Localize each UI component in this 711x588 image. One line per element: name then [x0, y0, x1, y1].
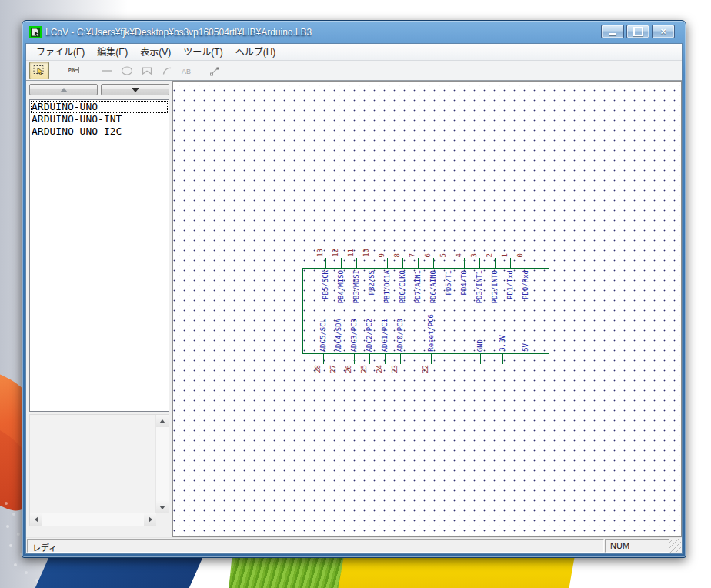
pin-number: 13: [316, 249, 325, 257]
maximize-icon: [633, 27, 643, 36]
symbol-box: PB5/SCKPB4/MISOPB3/MOSIPB2/SSPB1/OC1APB0…: [302, 268, 549, 354]
pin-label: PD2/INT0: [491, 270, 499, 303]
preview-vertical-scrollbar[interactable]: [155, 415, 169, 513]
down-arrow-icon: [132, 88, 139, 92]
pin-label: PD1/Txd: [506, 270, 515, 299]
polygon-tool-button[interactable]: [137, 62, 157, 79]
ellipse-tool-button[interactable]: [117, 62, 137, 79]
pin-number: 6: [424, 253, 432, 257]
client-area: ファイル(F) 編集(E) 表示(V) ツール(T) ヘルプ(H) PIN: [25, 43, 683, 554]
toolbar: PIN: [26, 61, 682, 81]
resize-grip[interactable]: [669, 539, 681, 553]
window-controls: ×: [601, 25, 679, 38]
scroll-right-button[interactable]: [144, 513, 156, 526]
scrollbar-corner: [156, 513, 169, 526]
text-icon: AB: [181, 65, 193, 77]
pin-stub: [526, 258, 526, 268]
menu-help[interactable]: ヘルプ(H): [229, 45, 282, 60]
close-button[interactable]: ×: [652, 25, 675, 38]
close-icon: ×: [660, 27, 666, 36]
move-up-button[interactable]: [29, 84, 98, 95]
svg-text:PIN: PIN: [68, 67, 75, 72]
svg-text:AB: AB: [182, 67, 191, 75]
maximize-button[interactable]: [626, 25, 649, 38]
symbol-layer: PB5/SCKPB4/MISOPB3/MOSIPB2/SSPB1/OC1APB0…: [173, 82, 681, 536]
pin-stub: [341, 258, 342, 268]
titlebar[interactable]: LCoV - C:¥Users¥fjk¥Desktop¥bs3vp160504r…: [22, 21, 686, 43]
pin-number: 28: [314, 365, 322, 373]
arc-tool-button[interactable]: [157, 62, 177, 79]
pin-label: PB5/SCK: [322, 270, 330, 299]
pin-stub: [495, 258, 496, 268]
move-down-button[interactable]: [101, 84, 169, 95]
pin-number: 3: [470, 253, 479, 257]
line-tool-button[interactable]: [97, 62, 117, 79]
scroll-right-icon: [149, 516, 152, 523]
pin-stub: [418, 258, 419, 268]
select-icon: [33, 65, 45, 77]
pin-stub: [354, 354, 355, 364]
scroll-down-button[interactable]: [156, 501, 169, 513]
list-nav-buttons: [29, 84, 169, 95]
pin-label: ADC0/PC0: [396, 319, 405, 352]
pin-label: GND: [476, 339, 485, 352]
select-tool-button[interactable]: [29, 62, 49, 79]
pin-number: 25: [360, 365, 369, 373]
list-item[interactable]: ARDUINO-UNO-INT: [31, 113, 168, 125]
scroll-left-button[interactable]: [30, 513, 42, 526]
menu-view[interactable]: 表示(V): [134, 45, 177, 60]
line-icon: [101, 65, 113, 77]
pin-label: ADC5/SCL: [319, 319, 328, 352]
pin-label: ADC3/PC3: [350, 319, 359, 352]
status-ready-text: レディ: [27, 539, 604, 553]
pin-label: Reset/PC6: [427, 314, 436, 352]
pin-stub: [431, 354, 432, 364]
list-item[interactable]: ARDUINO-UNO-I2C: [31, 125, 168, 138]
scroll-up-button[interactable]: [156, 415, 169, 427]
menu-edit[interactable]: 編集(E): [91, 45, 134, 60]
list-item[interactable]: ARDUINO-UNO: [31, 101, 168, 113]
pin-stub: [372, 258, 372, 268]
pin-stub: [433, 258, 434, 268]
pin-label: PB4/MISO: [337, 270, 345, 303]
pin-stub: [449, 258, 449, 268]
pin-number: 9: [378, 253, 386, 257]
num-lock-indicator: NUM: [605, 539, 669, 553]
schematic-canvas[interactable]: PB5/SCKPB4/MISOPB3/MOSIPB2/SSPB1/OC1APB0…: [172, 81, 682, 537]
wire-icon: [209, 65, 221, 77]
pin-label: PD6/AIN0: [429, 270, 438, 303]
status-bar: レディ NUM: [26, 537, 682, 553]
wire-tool-button[interactable]: [205, 62, 225, 79]
preview-pane: [29, 414, 169, 526]
arc-icon: [161, 65, 173, 77]
pin-number: 5: [439, 253, 448, 257]
pin-label: PB1/OC1A: [383, 270, 392, 303]
pin-stub: [464, 258, 465, 268]
pin-stub: [526, 354, 526, 364]
pin-stub: [339, 354, 339, 364]
scroll-left-icon: [35, 516, 38, 523]
pin-number: 1: [501, 253, 509, 257]
pin-label: ADC4/SDA: [335, 319, 343, 352]
pin-number: 27: [329, 365, 338, 373]
pin-stub: [510, 258, 511, 268]
text-tool-button[interactable]: AB: [177, 62, 197, 79]
menu-tools[interactable]: ツール(T): [177, 45, 229, 60]
pin-stub: [325, 258, 326, 268]
pin-label: PB2/SS: [368, 270, 376, 296]
pin-stub: [400, 354, 401, 364]
pin-number: 10: [362, 249, 371, 257]
pin-number: 24: [376, 365, 384, 373]
scroll-up-icon: [159, 419, 165, 423]
window-title: LCoV - C:¥Users¥fjk¥Desktop¥bs3vp160504r…: [45, 27, 312, 38]
pin-tool-button[interactable]: PIN: [65, 62, 85, 79]
pin-stub: [323, 354, 324, 364]
preview-horizontal-scrollbar[interactable]: [30, 513, 156, 526]
pin-stub: [356, 258, 357, 268]
pin-number: 0: [516, 253, 525, 257]
pin-label: PD5/T1: [445, 270, 453, 296]
wallpaper-specks: [5, 502, 8, 505]
pin-label: 5V: [522, 343, 530, 352]
minimize-button[interactable]: [601, 25, 624, 38]
menu-file[interactable]: ファイル(F): [30, 45, 91, 60]
